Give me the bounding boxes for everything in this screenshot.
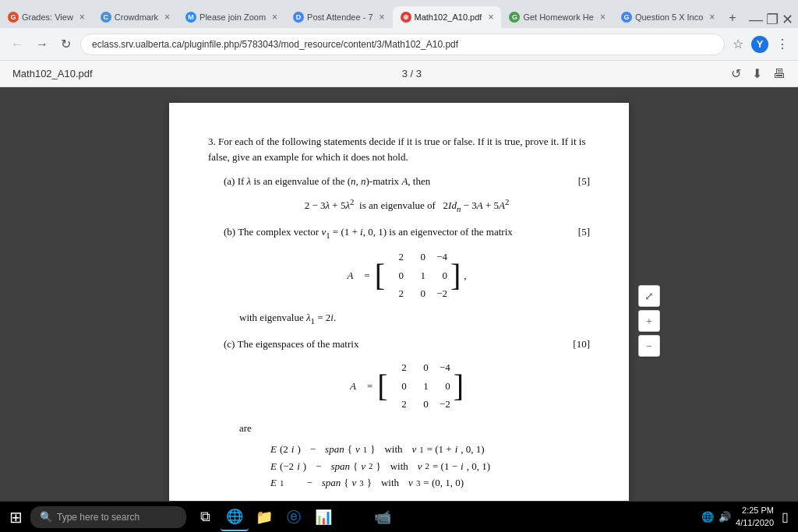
tab-label-crowdmark: Crowdmark <box>115 12 158 22</box>
part-c-score: [10] <box>573 336 590 352</box>
show-desktop-button[interactable]: ▯ <box>782 509 789 524</box>
pdf-print-icon[interactable]: 🖶 <box>773 67 786 81</box>
address-bar: ← → ↻ eclass.srv.ualberta.ca/pluginfile.… <box>0 28 798 61</box>
taskbar-time-display: 2:25 PM <box>736 505 774 516</box>
pdf-actions: ↺ ⬇ 🖶 <box>731 66 786 81</box>
refresh-button[interactable]: ↻ <box>58 35 74 53</box>
speaker-icon: 🔊 <box>719 511 731 523</box>
matrix-c-inner: 20−4 010 20−2 <box>388 359 454 413</box>
right-bracket-c: ] <box>454 371 464 402</box>
tab-close-zoom[interactable]: × <box>272 12 277 23</box>
part-c-label: (c) The eigenspaces of the matrix [10] <box>224 336 590 352</box>
profile-icon[interactable]: Y <box>751 36 768 53</box>
back-button[interactable]: ← <box>8 36 26 53</box>
taskbar-search-placeholder: Type here to search <box>57 512 139 523</box>
problem3-statement: 3. For each of the following statements … <box>208 134 590 164</box>
left-bracket-b: [ <box>375 260 385 291</box>
zoom-in-button[interactable]: + <box>638 310 660 332</box>
tab-close-post[interactable]: × <box>380 12 385 23</box>
bookmark-icon[interactable]: ☆ <box>731 35 745 53</box>
tab-favicon-crowdmark: C <box>101 12 111 23</box>
matrix-b-inner: 20−4 010 20−2 <box>385 248 450 302</box>
part-a: (a) If λ is an eigenvalue of the (n, n)-… <box>224 174 590 215</box>
tab-zoom[interactable]: M Please join Zoom × <box>178 6 285 28</box>
start-button[interactable]: ⊞ <box>3 505 29 530</box>
tab-close-pdf[interactable]: × <box>488 12 493 23</box>
tab-label-zoom: Please join Zoom <box>200 12 266 22</box>
close-browser-button[interactable]: ✕ <box>782 11 793 28</box>
part-b-score: [5] <box>578 224 590 240</box>
explorer-icon: 📁 <box>256 509 273 526</box>
taskbar-app-teams[interactable]: 📹 <box>369 503 397 531</box>
edge-icon: ⓔ <box>287 508 301 527</box>
eigenspace-table: E(2i) − span {v1} with v1 = (1 + i, 0, 1… <box>270 442 590 491</box>
left-bracket-c: [ <box>377 371 387 402</box>
tab-favicon-question: G <box>621 12 632 23</box>
tab-close-crowdmark[interactable]: × <box>164 12 170 23</box>
taskbar-app-edge[interactable]: ⓔ <box>280 503 308 531</box>
pdf-page-indicator: 3 / 3 <box>402 68 422 79</box>
taskbar-clock: 2:25 PM 4/11/2020 <box>736 505 774 529</box>
pdf-filename: Math102_A10.pdf <box>12 68 93 79</box>
taskview-icon: ⧉ <box>200 509 210 525</box>
pdf-page: 3. For each of the following statements … <box>169 103 629 501</box>
part-b: (b) The complex vector v1 = (1 + i, 0, 1… <box>224 224 590 327</box>
taskbar-search-box[interactable]: 🔍 Type here to search <box>30 506 186 528</box>
tab-favicon-homework: G <box>509 12 520 23</box>
tab-favicon-post: D <box>293 12 304 23</box>
taskbar-date-display: 4/11/2020 <box>736 517 774 529</box>
part-c-are: are <box>239 421 590 436</box>
tab-grades[interactable]: G Grades: View × <box>0 6 93 28</box>
pdf-download-icon[interactable]: ⬇ <box>752 66 762 81</box>
tab-bar: G Grades: View × C Crowdmark × M Please … <box>0 0 798 28</box>
chrome-icon: 🌐 <box>226 508 243 525</box>
url-text: eclass.srv.ualberta.ca/pluginfile.php/57… <box>92 39 458 50</box>
tab-favicon-pdf: ⊕ <box>401 12 411 23</box>
restore-button[interactable]: ❐ <box>766 11 779 28</box>
tab-label-question: Question 5 X Inco <box>635 12 703 22</box>
pdf-refresh-icon[interactable]: ↺ <box>731 66 741 81</box>
network-icon: 🌐 <box>701 511 714 523</box>
new-tab-button[interactable]: + <box>722 8 742 28</box>
url-bar[interactable]: eclass.srv.ualberta.ca/pluginfile.php/57… <box>80 33 725 55</box>
tab-favicon-zoom: M <box>185 12 196 23</box>
zoom-out-button[interactable]: − <box>638 335 660 357</box>
tab-label-post: Post Attendee - 7 <box>307 12 373 22</box>
browser-window: G Grades: View × C Crowdmark × M Please … <box>0 0 798 532</box>
taskbar-app-onenote[interactable]: 🗒 <box>339 503 367 531</box>
taskbar-app-chrome[interactable]: 🌐 <box>221 503 249 531</box>
tab-close-question[interactable]: × <box>709 12 715 23</box>
pdf-toolbar: Math102_A10.pdf 3 / 3 ↺ ⬇ 🖶 <box>0 61 798 87</box>
tab-label-homework: Get Homework He <box>523 12 593 22</box>
part-a-math: 2 − 3λ + 5λ2 is an eigenvalue of 2Idn − … <box>224 196 590 215</box>
zoom-expand-button[interactable]: ⤢ <box>638 285 660 307</box>
tab-post[interactable]: D Post Attendee - 7 × <box>285 6 392 28</box>
tab-crowdmark[interactable]: C Crowdmark × <box>93 6 178 28</box>
taskbar-search-icon: 🔍 <box>40 511 52 523</box>
taskbar-app-office[interactable]: 📊 <box>309 503 337 531</box>
onenote-icon: 🗒 <box>346 509 360 525</box>
eigenrow-1: E(2i) − span {v1} with v1 = (1 + i, 0, 1… <box>270 442 590 457</box>
tab-label-pdf: Math102_A10.pdf <box>415 12 482 22</box>
forward-button[interactable]: → <box>33 36 51 53</box>
tab-question[interactable]: G Question 5 X Inco × <box>613 6 722 28</box>
taskbar-app-taskview[interactable]: ⧉ <box>191 503 219 531</box>
part-a-label: (a) If λ is an eigenvalue of the (n, n)-… <box>224 174 590 189</box>
extensions-icon[interactable]: ⋮ <box>775 35 790 53</box>
tab-close-grades[interactable]: × <box>79 12 85 23</box>
minimize-button[interactable]: — <box>749 12 763 28</box>
part-b-label: (b) The complex vector v1 = (1 + i, 0, 1… <box>224 224 590 241</box>
taskbar: ⊞ 🔍 Type here to search ⧉ 🌐 📁 ⓔ 📊 🗒 <box>0 501 798 532</box>
tab-close-homework[interactable]: × <box>600 12 606 23</box>
pdf-content-area: 3. For each of the following statements … <box>0 87 798 501</box>
part-a-score: [5] <box>578 174 590 189</box>
tab-pdf[interactable]: ⊕ Math102_A10.pdf × <box>393 6 502 28</box>
tab-label-grades: Grades: View <box>22 12 73 22</box>
eigenrow-3: E1 − span {v3} with v3 = (0, 1, 0) <box>270 475 590 491</box>
taskbar-app-explorer[interactable]: 📁 <box>250 503 278 531</box>
tab-favicon-grades: G <box>8 12 19 23</box>
teams-icon: 📹 <box>374 509 391 526</box>
tab-homework[interactable]: G Get Homework He × <box>501 6 613 28</box>
part-c-hint: Hint: use Part b). <box>239 497 590 501</box>
matrix-c-block: A = [ 20−4 010 20−2 ] <box>224 359 590 413</box>
